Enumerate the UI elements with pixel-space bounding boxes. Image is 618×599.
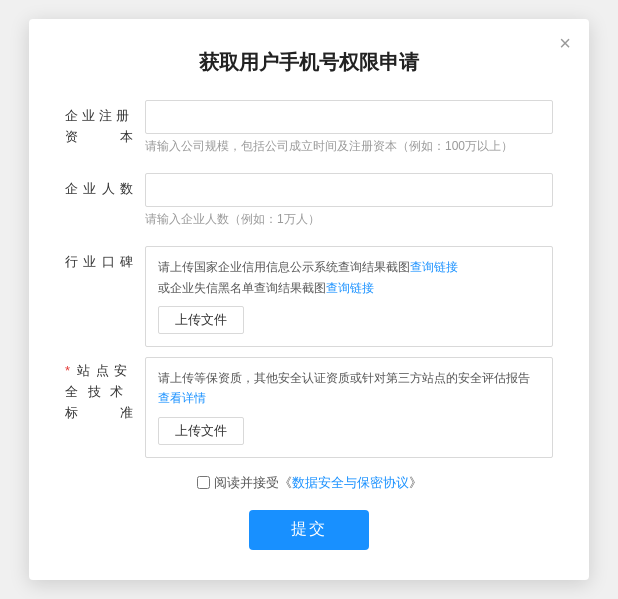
- required-mark: *: [65, 363, 70, 378]
- upload-desc-reputation: 请上传国家企业信用信息公示系统查询结果截图查询链接 或企业失信黑名单查询结果截图…: [158, 257, 540, 298]
- submit-button[interactable]: 提交: [249, 510, 369, 550]
- agreement-link[interactable]: 数据安全与保密协议: [292, 474, 409, 492]
- query-link-2[interactable]: 查询链接: [326, 281, 374, 295]
- field-security: 请上传等保资质，其他安全认证资质或针对第三方站点的安全评估报告查看详情 上传文件: [145, 357, 553, 458]
- view-details-link[interactable]: 查看详情: [158, 391, 206, 405]
- upload-desc-text1: 请上传国家企业信用信息公示系统查询结果截图: [158, 260, 410, 274]
- agreement-suffix: 》: [409, 474, 422, 492]
- label-capital: 企业注册资本: [65, 100, 133, 148]
- form-row-security: *站点安全技术标准 请上传等保资质，其他安全认证资质或针对第三方站点的安全评估报…: [65, 357, 553, 458]
- agreement-prefix: 阅读并接受《: [214, 474, 292, 492]
- upload-box-reputation: 请上传国家企业信用信息公示系统查询结果截图查询链接 或企业失信黑名单查询结果截图…: [145, 246, 553, 347]
- upload-desc-security-text: 请上传等保资质，其他安全认证资质或针对第三方站点的安全评估报告: [158, 371, 530, 385]
- upload-box-security: 请上传等保资质，其他安全认证资质或针对第三方站点的安全评估报告查看详情 上传文件: [145, 357, 553, 458]
- label-security: *站点安全技术标准: [65, 357, 133, 423]
- form-row-reputation: 行业口碑 请上传国家企业信用信息公示系统查询结果截图查询链接 或企业失信黑名单查…: [65, 246, 553, 347]
- agreement-checkbox[interactable]: [197, 476, 210, 489]
- field-reputation: 请上传国家企业信用信息公示系统查询结果截图查询链接 或企业失信黑名单查询结果截图…: [145, 246, 553, 347]
- query-link-1[interactable]: 查询链接: [410, 260, 458, 274]
- label-employees: 企业人数: [65, 173, 133, 200]
- modal-title: 获取用户手机号权限申请: [65, 49, 553, 76]
- modal-container: × 获取用户手机号权限申请 企业注册资本 请输入公司规模，包括公司成立时间及注册…: [29, 19, 589, 580]
- agreement-row: 阅读并接受《数据安全与保密协议》: [65, 474, 553, 492]
- form-row-employees: 企业人数 请输入企业人数（例如：1万人）: [65, 173, 553, 236]
- field-capital: 请输入公司规模，包括公司成立时间及注册资本（例如：100万以上）: [145, 100, 553, 163]
- field-employees: 请输入企业人数（例如：1万人）: [145, 173, 553, 236]
- input-employees[interactable]: [145, 173, 553, 207]
- upload-button-reputation[interactable]: 上传文件: [158, 306, 244, 334]
- hint-capital: 请输入公司规模，包括公司成立时间及注册资本（例如：100万以上）: [145, 138, 553, 155]
- upload-desc-text2: 或企业失信黑名单查询结果截图: [158, 281, 326, 295]
- upload-desc-security: 请上传等保资质，其他安全认证资质或针对第三方站点的安全评估报告查看详情: [158, 368, 540, 409]
- close-button[interactable]: ×: [559, 33, 571, 53]
- upload-button-security[interactable]: 上传文件: [158, 417, 244, 445]
- form-row-capital: 企业注册资本 请输入公司规模，包括公司成立时间及注册资本（例如：100万以上）: [65, 100, 553, 163]
- input-capital[interactable]: [145, 100, 553, 134]
- label-reputation: 行业口碑: [65, 246, 133, 273]
- hint-employees: 请输入企业人数（例如：1万人）: [145, 211, 553, 228]
